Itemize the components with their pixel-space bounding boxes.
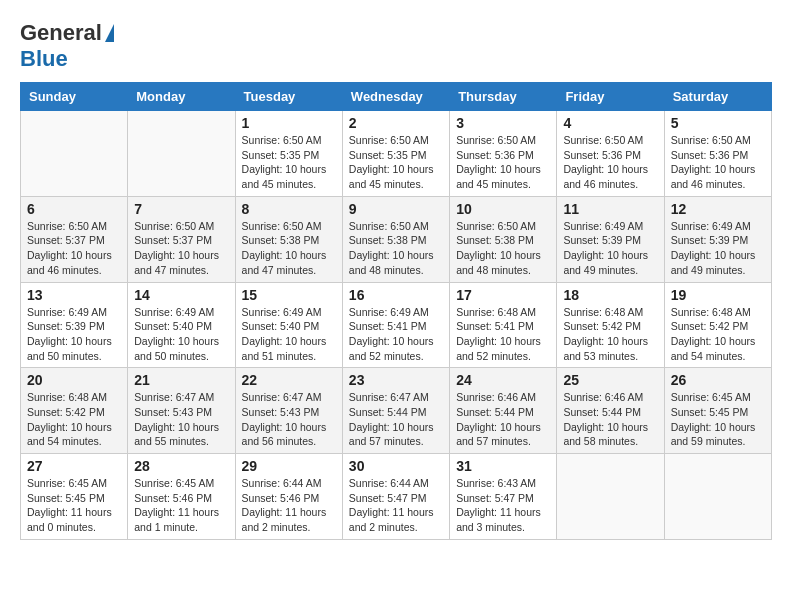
- day-info: Sunrise: 6:45 AM Sunset: 5:45 PM Dayligh…: [671, 390, 765, 449]
- day-info: Sunrise: 6:49 AM Sunset: 5:39 PM Dayligh…: [563, 219, 657, 278]
- calendar-cell: 15Sunrise: 6:49 AM Sunset: 5:40 PM Dayli…: [235, 282, 342, 368]
- day-info: Sunrise: 6:50 AM Sunset: 5:35 PM Dayligh…: [242, 133, 336, 192]
- day-number: 28: [134, 458, 228, 474]
- calendar-cell: 27Sunrise: 6:45 AM Sunset: 5:45 PM Dayli…: [21, 454, 128, 540]
- day-info: Sunrise: 6:49 AM Sunset: 5:39 PM Dayligh…: [671, 219, 765, 278]
- day-info: Sunrise: 6:49 AM Sunset: 5:40 PM Dayligh…: [134, 305, 228, 364]
- day-number: 15: [242, 287, 336, 303]
- day-info: Sunrise: 6:47 AM Sunset: 5:43 PM Dayligh…: [134, 390, 228, 449]
- day-number: 12: [671, 201, 765, 217]
- calendar-cell: [21, 111, 128, 197]
- logo-general: General: [20, 20, 102, 46]
- day-number: 23: [349, 372, 443, 388]
- day-number: 19: [671, 287, 765, 303]
- calendar-day-header: Thursday: [450, 83, 557, 111]
- day-info: Sunrise: 6:50 AM Sunset: 5:36 PM Dayligh…: [563, 133, 657, 192]
- day-info: Sunrise: 6:49 AM Sunset: 5:41 PM Dayligh…: [349, 305, 443, 364]
- calendar-day-header: Wednesday: [342, 83, 449, 111]
- calendar-body: 1Sunrise: 6:50 AM Sunset: 5:35 PM Daylig…: [21, 111, 772, 540]
- calendar-cell: 14Sunrise: 6:49 AM Sunset: 5:40 PM Dayli…: [128, 282, 235, 368]
- day-number: 8: [242, 201, 336, 217]
- day-info: Sunrise: 6:47 AM Sunset: 5:43 PM Dayligh…: [242, 390, 336, 449]
- calendar-cell: 29Sunrise: 6:44 AM Sunset: 5:46 PM Dayli…: [235, 454, 342, 540]
- calendar-cell: 16Sunrise: 6:49 AM Sunset: 5:41 PM Dayli…: [342, 282, 449, 368]
- day-info: Sunrise: 6:48 AM Sunset: 5:42 PM Dayligh…: [671, 305, 765, 364]
- day-number: 24: [456, 372, 550, 388]
- day-info: Sunrise: 6:46 AM Sunset: 5:44 PM Dayligh…: [456, 390, 550, 449]
- day-info: Sunrise: 6:50 AM Sunset: 5:37 PM Dayligh…: [27, 219, 121, 278]
- calendar-cell: 22Sunrise: 6:47 AM Sunset: 5:43 PM Dayli…: [235, 368, 342, 454]
- calendar-cell: 23Sunrise: 6:47 AM Sunset: 5:44 PM Dayli…: [342, 368, 449, 454]
- logo: General Blue: [20, 20, 114, 72]
- day-number: 10: [456, 201, 550, 217]
- calendar-day-header: Tuesday: [235, 83, 342, 111]
- day-number: 11: [563, 201, 657, 217]
- day-number: 7: [134, 201, 228, 217]
- calendar-week-row: 27Sunrise: 6:45 AM Sunset: 5:45 PM Dayli…: [21, 454, 772, 540]
- day-number: 16: [349, 287, 443, 303]
- day-info: Sunrise: 6:50 AM Sunset: 5:38 PM Dayligh…: [349, 219, 443, 278]
- calendar-cell: [664, 454, 771, 540]
- calendar-cell: 1Sunrise: 6:50 AM Sunset: 5:35 PM Daylig…: [235, 111, 342, 197]
- calendar-table: SundayMondayTuesdayWednesdayThursdayFrid…: [20, 82, 772, 540]
- calendar-cell: 4Sunrise: 6:50 AM Sunset: 5:36 PM Daylig…: [557, 111, 664, 197]
- calendar-cell: 5Sunrise: 6:50 AM Sunset: 5:36 PM Daylig…: [664, 111, 771, 197]
- calendar-cell: 20Sunrise: 6:48 AM Sunset: 5:42 PM Dayli…: [21, 368, 128, 454]
- day-info: Sunrise: 6:45 AM Sunset: 5:46 PM Dayligh…: [134, 476, 228, 535]
- day-number: 22: [242, 372, 336, 388]
- calendar-cell: 26Sunrise: 6:45 AM Sunset: 5:45 PM Dayli…: [664, 368, 771, 454]
- day-number: 5: [671, 115, 765, 131]
- calendar-cell: 3Sunrise: 6:50 AM Sunset: 5:36 PM Daylig…: [450, 111, 557, 197]
- calendar-cell: 8Sunrise: 6:50 AM Sunset: 5:38 PM Daylig…: [235, 196, 342, 282]
- calendar-cell: 21Sunrise: 6:47 AM Sunset: 5:43 PM Dayli…: [128, 368, 235, 454]
- page-header: General Blue: [20, 20, 772, 72]
- calendar-cell: 11Sunrise: 6:49 AM Sunset: 5:39 PM Dayli…: [557, 196, 664, 282]
- day-info: Sunrise: 6:48 AM Sunset: 5:42 PM Dayligh…: [27, 390, 121, 449]
- calendar-cell: 9Sunrise: 6:50 AM Sunset: 5:38 PM Daylig…: [342, 196, 449, 282]
- day-info: Sunrise: 6:46 AM Sunset: 5:44 PM Dayligh…: [563, 390, 657, 449]
- day-info: Sunrise: 6:44 AM Sunset: 5:47 PM Dayligh…: [349, 476, 443, 535]
- day-number: 20: [27, 372, 121, 388]
- calendar-header-row: SundayMondayTuesdayWednesdayThursdayFrid…: [21, 83, 772, 111]
- day-info: Sunrise: 6:47 AM Sunset: 5:44 PM Dayligh…: [349, 390, 443, 449]
- calendar-week-row: 13Sunrise: 6:49 AM Sunset: 5:39 PM Dayli…: [21, 282, 772, 368]
- day-info: Sunrise: 6:48 AM Sunset: 5:42 PM Dayligh…: [563, 305, 657, 364]
- calendar-cell: 30Sunrise: 6:44 AM Sunset: 5:47 PM Dayli…: [342, 454, 449, 540]
- day-info: Sunrise: 6:49 AM Sunset: 5:40 PM Dayligh…: [242, 305, 336, 364]
- calendar-cell: 17Sunrise: 6:48 AM Sunset: 5:41 PM Dayli…: [450, 282, 557, 368]
- day-number: 14: [134, 287, 228, 303]
- calendar-cell: 24Sunrise: 6:46 AM Sunset: 5:44 PM Dayli…: [450, 368, 557, 454]
- day-number: 3: [456, 115, 550, 131]
- day-number: 29: [242, 458, 336, 474]
- day-info: Sunrise: 6:50 AM Sunset: 5:37 PM Dayligh…: [134, 219, 228, 278]
- day-info: Sunrise: 6:50 AM Sunset: 5:36 PM Dayligh…: [456, 133, 550, 192]
- day-info: Sunrise: 6:50 AM Sunset: 5:35 PM Dayligh…: [349, 133, 443, 192]
- calendar-day-header: Saturday: [664, 83, 771, 111]
- day-info: Sunrise: 6:50 AM Sunset: 5:36 PM Dayligh…: [671, 133, 765, 192]
- calendar-day-header: Sunday: [21, 83, 128, 111]
- calendar-week-row: 1Sunrise: 6:50 AM Sunset: 5:35 PM Daylig…: [21, 111, 772, 197]
- day-number: 6: [27, 201, 121, 217]
- calendar-day-header: Monday: [128, 83, 235, 111]
- day-number: 18: [563, 287, 657, 303]
- calendar-cell: 28Sunrise: 6:45 AM Sunset: 5:46 PM Dayli…: [128, 454, 235, 540]
- calendar-cell: 25Sunrise: 6:46 AM Sunset: 5:44 PM Dayli…: [557, 368, 664, 454]
- calendar-cell: [557, 454, 664, 540]
- day-number: 13: [27, 287, 121, 303]
- calendar-week-row: 20Sunrise: 6:48 AM Sunset: 5:42 PM Dayli…: [21, 368, 772, 454]
- calendar-cell: 18Sunrise: 6:48 AM Sunset: 5:42 PM Dayli…: [557, 282, 664, 368]
- day-info: Sunrise: 6:50 AM Sunset: 5:38 PM Dayligh…: [456, 219, 550, 278]
- day-number: 4: [563, 115, 657, 131]
- day-info: Sunrise: 6:48 AM Sunset: 5:41 PM Dayligh…: [456, 305, 550, 364]
- calendar-cell: 12Sunrise: 6:49 AM Sunset: 5:39 PM Dayli…: [664, 196, 771, 282]
- day-number: 31: [456, 458, 550, 474]
- day-info: Sunrise: 6:45 AM Sunset: 5:45 PM Dayligh…: [27, 476, 121, 535]
- calendar-cell: [128, 111, 235, 197]
- day-number: 9: [349, 201, 443, 217]
- calendar-week-row: 6Sunrise: 6:50 AM Sunset: 5:37 PM Daylig…: [21, 196, 772, 282]
- day-number: 30: [349, 458, 443, 474]
- day-info: Sunrise: 6:44 AM Sunset: 5:46 PM Dayligh…: [242, 476, 336, 535]
- day-info: Sunrise: 6:49 AM Sunset: 5:39 PM Dayligh…: [27, 305, 121, 364]
- day-number: 1: [242, 115, 336, 131]
- calendar-cell: 19Sunrise: 6:48 AM Sunset: 5:42 PM Dayli…: [664, 282, 771, 368]
